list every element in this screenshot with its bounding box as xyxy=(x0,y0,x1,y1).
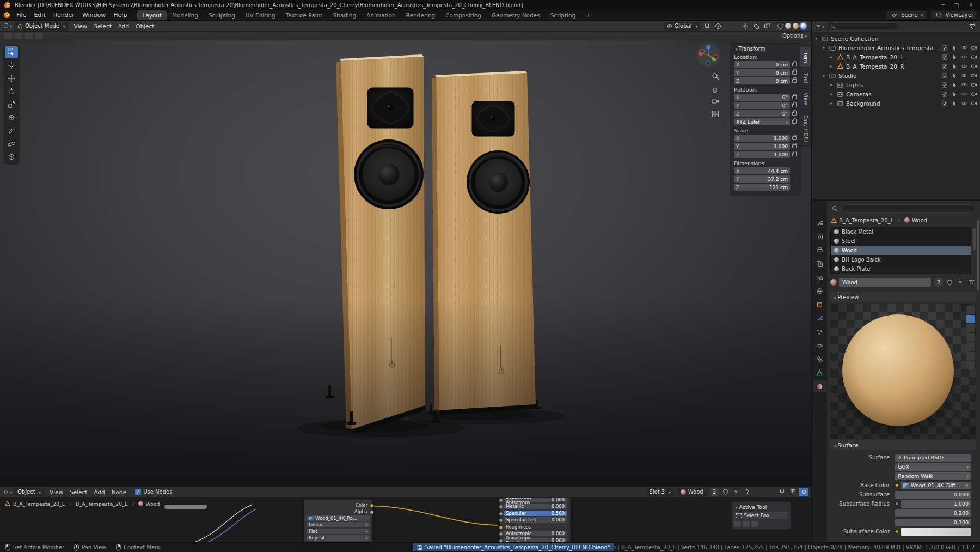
bsdf-property-row[interactable]: Specular0.500 xyxy=(504,511,567,516)
zoom-icon[interactable] xyxy=(711,72,720,81)
bsdf-property-row[interactable]: Roughness xyxy=(504,524,567,530)
tab-scene[interactable] xyxy=(813,271,826,283)
preview-section-header[interactable]: Preview xyxy=(830,292,976,302)
node-canvas[interactable]: B_A_Tempesta_20_L B_A_Tempesta_20_L Wood… xyxy=(0,498,811,542)
tab-material[interactable] xyxy=(813,380,826,392)
dimension-field[interactable]: Y37.2 cm xyxy=(734,175,790,183)
workspace-tab[interactable]: Modeling xyxy=(167,10,204,20)
color-output-socket[interactable]: Color xyxy=(307,502,370,508)
scale-field[interactable]: Y1.000 xyxy=(734,143,790,150)
bsdf-property-row[interactable]: Subsurface Anisotropy0.000 xyxy=(504,498,567,502)
close-button[interactable] xyxy=(969,2,973,8)
orientation-dropdown[interactable]: Global xyxy=(664,22,701,31)
shader-menu-item[interactable]: Node xyxy=(108,488,130,496)
outliner-row[interactable]: ▸ B_A_Tempesta_20_R xyxy=(812,62,980,71)
lock-icon[interactable] xyxy=(792,112,797,116)
hide-eye-icon[interactable] xyxy=(961,45,967,51)
shading-wireframe-icon[interactable] xyxy=(777,23,783,29)
breadcrumb-object[interactable]: B_A_Tempesta_20_L xyxy=(13,501,65,507)
breadcrumb-material[interactable]: Wood xyxy=(145,501,160,507)
shader-menu-item[interactable]: Add xyxy=(90,488,108,496)
material-slot[interactable]: Black Metal xyxy=(831,227,971,236)
tab-viewlayer[interactable] xyxy=(813,258,826,270)
distribution-dropdown[interactable]: GGX xyxy=(895,463,971,471)
tab-object-data[interactable] xyxy=(813,367,826,379)
scale-field[interactable]: X1.000 xyxy=(734,135,790,142)
expand-icon[interactable]: ▾ xyxy=(823,73,829,78)
dimension-field[interactable]: Z121 cm xyxy=(734,184,790,191)
properties-scrollbar[interactable] xyxy=(977,220,979,291)
material-chip[interactable]: Wood xyxy=(677,488,707,496)
properties-search-input[interactable] xyxy=(842,204,976,213)
outliner-row[interactable]: ▸ Background xyxy=(812,99,980,108)
expand-icon[interactable]: ▸ xyxy=(830,101,836,106)
node-preview-icon[interactable] xyxy=(799,488,808,496)
lock-icon[interactable] xyxy=(792,71,797,75)
render-camera-icon[interactable] xyxy=(971,54,977,60)
select-box-tool[interactable] xyxy=(5,46,18,58)
navigation-gizmo[interactable] xyxy=(696,43,721,69)
outliner-row[interactable]: ▸ Lights xyxy=(812,80,980,89)
material-slot[interactable]: BH Logo Balck xyxy=(831,255,971,264)
shader-menu-item[interactable]: View xyxy=(46,488,66,496)
tab-tool[interactable] xyxy=(813,217,826,229)
surface-shader-dropdown[interactable]: Principled BSDF xyxy=(895,454,971,462)
active-tool-selector[interactable]: Select Box xyxy=(734,512,788,519)
tool-settings-icon-3[interactable] xyxy=(25,33,33,39)
filter-funnel-icon[interactable] xyxy=(968,22,977,31)
workspace-tab[interactable]: Shading xyxy=(328,10,362,20)
location-field[interactable]: X0 cm xyxy=(734,61,790,68)
property-field[interactable]: 0.200 xyxy=(895,509,971,517)
exclude-checkbox[interactable] xyxy=(941,82,948,88)
annotate-tool[interactable] xyxy=(5,125,18,137)
tab-constraints[interactable] xyxy=(813,353,826,365)
move-tool[interactable] xyxy=(5,72,18,84)
breadcrumb-material[interactable]: Wood xyxy=(912,217,927,223)
rotation-field[interactable]: Z0° xyxy=(734,110,790,117)
selectable-icon[interactable] xyxy=(951,91,958,98)
lock-icon[interactable] xyxy=(792,120,797,124)
npanel-tab[interactable]: Item xyxy=(800,47,811,68)
outliner-search-input[interactable] xyxy=(827,22,898,31)
preview-hair-icon[interactable] xyxy=(966,333,975,342)
link-socket-icon[interactable] xyxy=(895,483,899,487)
preview-cloth-icon[interactable] xyxy=(966,352,975,360)
preview-shaderball-icon[interactable] xyxy=(966,343,975,351)
speaker-right[interactable] xyxy=(431,71,541,423)
xray-icon[interactable] xyxy=(763,22,771,31)
exclude-checkbox[interactable] xyxy=(941,63,948,70)
property-field[interactable]: 0.000 xyxy=(895,491,971,499)
render-camera-icon[interactable] xyxy=(971,45,977,51)
workspace-tab[interactable]: Scripting xyxy=(546,10,581,20)
expand-icon[interactable]: ▸ xyxy=(830,92,836,96)
lock-icon[interactable] xyxy=(792,153,797,156)
lock-icon[interactable] xyxy=(792,144,797,148)
menu-item[interactable]: Help xyxy=(109,10,131,20)
render-camera-icon[interactable] xyxy=(971,100,977,107)
lock-icon[interactable] xyxy=(792,136,797,140)
tool-option-icon-1[interactable] xyxy=(734,521,741,527)
specials-funnel-icon[interactable] xyxy=(967,278,976,287)
selectable-icon[interactable] xyxy=(951,72,958,79)
image-node-dropdown[interactable]: Flat xyxy=(307,529,370,534)
tab-object[interactable] xyxy=(813,299,826,311)
slot-list-scrollbar[interactable] xyxy=(973,228,976,250)
image-node-dropdown[interactable]: Single Image xyxy=(307,542,370,542)
bsdf-property-row[interactable]: Specular Tint0.000 xyxy=(504,517,567,523)
selectable-icon[interactable] xyxy=(951,63,958,70)
lock-icon[interactable] xyxy=(792,79,797,83)
overlay-node-icon[interactable] xyxy=(788,488,797,496)
npanel-tab[interactable]: Easy HDRI xyxy=(800,111,811,146)
expand-icon[interactable]: ▾ xyxy=(823,45,829,50)
viewport-menu-item[interactable]: Object xyxy=(132,22,157,31)
expand-icon[interactable]: ▸ xyxy=(830,82,836,87)
add-cube-tool[interactable] xyxy=(5,151,18,163)
render-camera-icon[interactable] xyxy=(971,72,977,79)
image-texture-node[interactable]: Color Alpha Wood_01_4K_Ro... LinearFlatR… xyxy=(304,499,372,542)
snap-magnet-icon[interactable] xyxy=(703,22,712,31)
options-dropdown[interactable]: Options xyxy=(782,33,807,39)
bsdf-property-row[interactable]: Metallic0.000 xyxy=(504,504,567,509)
transform-tool[interactable] xyxy=(5,112,18,124)
preview-sphere-icon[interactable] xyxy=(966,315,975,323)
tool-settings-icon-1[interactable] xyxy=(4,33,12,39)
